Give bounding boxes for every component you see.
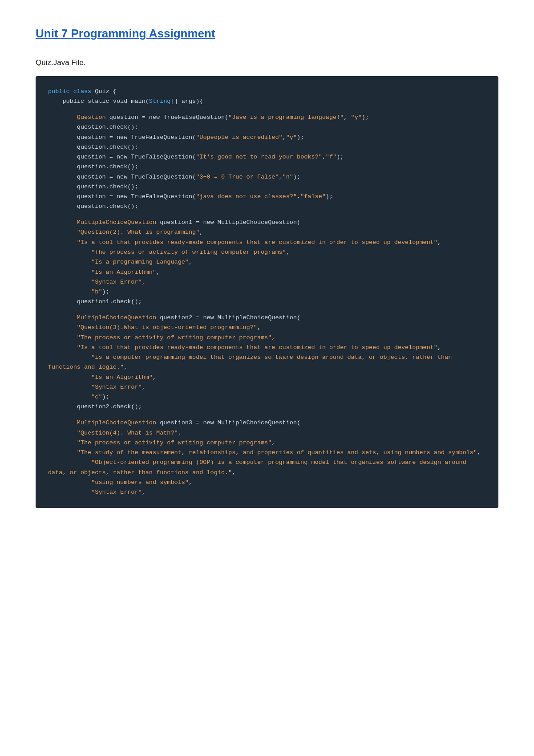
subtitle: Quiz.Java File. [36, 58, 498, 67]
code-block: public class Quiz { public static void m… [36, 76, 498, 508]
page-title: Unit 7 Programming Assignment [36, 27, 498, 41]
